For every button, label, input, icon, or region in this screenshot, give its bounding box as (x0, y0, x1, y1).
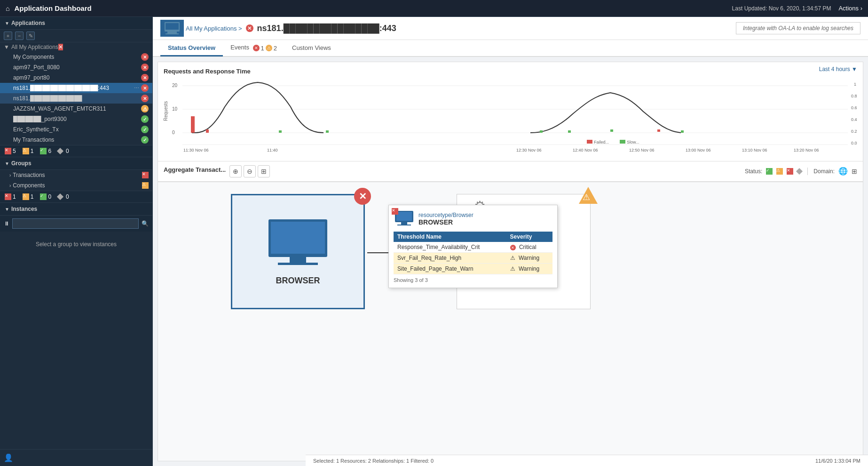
domain-table-icon[interactable]: ⊞ (852, 168, 857, 175)
warning-count: ⚠ 1 (23, 148, 34, 154)
applications-triangle: ▼ (5, 21, 9, 26)
svg-text:0.8: 0.8 (851, 94, 857, 98)
svg-rect-44 (278, 263, 318, 265)
svg-text:Failed...: Failed... (594, 140, 609, 145)
sidebar-item-apm97-port80[interactable]: apm97_port80 ✕ (0, 72, 152, 83)
all-my-applications-label: All My Applications (11, 44, 58, 50)
chart-svg: 20 10 0 Requests 1 0.8 0.6 0.4 0.2 0.0 (164, 79, 857, 155)
diamond-count: 0 (58, 148, 69, 154)
tab-custom-views[interactable]: Custom Views (284, 40, 339, 56)
group-item-components[interactable]: › Components ⚠ (0, 180, 152, 191)
sidebar-item-port9300[interactable]: ███████_port9300 ✓ (0, 114, 152, 124)
svg-rect-46 (396, 212, 412, 221)
bottom-bar: Selected: 1 Resources: 2 Relationships: … (306, 455, 868, 466)
inst-red-count: ✕ 1 (5, 193, 16, 200)
aggregate-toolbar: ⊕ ⊖ ⊞ (229, 165, 270, 177)
remove-button[interactable]: − (15, 32, 24, 40)
tabs-bar: Status Overview Events ✕ 1 ⚠ 2 Custom Vi… (153, 40, 868, 57)
topbar-left: ⌂ Application Dashboard (6, 4, 92, 12)
apm97-port80-status: ✕ (141, 74, 149, 81)
svg-text:0.2: 0.2 (851, 129, 857, 134)
svg-rect-2 (166, 33, 179, 34)
instances-pause-button[interactable]: ⏸ (4, 220, 9, 227)
sidebar-item-ns181-2[interactable]: ns181.█████████████ ✕ (0, 93, 152, 104)
sidebar-item-my-components[interactable]: My Components ✕ (0, 52, 152, 62)
integrate-button[interactable]: Integrate with OA-LA to enable log searc… (736, 22, 860, 34)
content-area: All My Applications > ✕ ns181.██████████… (153, 17, 868, 466)
breadcrumb-icon (160, 20, 184, 37)
tooltip-table: Threshold Name Severity Response_Time_Av… (394, 232, 552, 275)
svg-rect-19 (206, 129, 209, 133)
svg-text:12:40 Nov 06: 12:40 Nov 06 (573, 148, 598, 153)
inst-diamond-count: 0 (58, 193, 69, 200)
tooltip-popup: ✕ resourcetype/Browser BROWSER (388, 205, 558, 289)
domain-globe-icon[interactable]: 🌐 (838, 167, 848, 176)
http-warning-icon: ⚠ (579, 190, 594, 205)
jazzsm-status: ⚠ (141, 105, 149, 112)
tab-events[interactable]: Events ✕ 1 ⚠ 2 (223, 40, 284, 57)
topbar: ⌂ Application Dashboard Last Updated: No… (0, 0, 868, 17)
my-components-status: ✕ (141, 53, 149, 61)
browser-node[interactable]: ✕ BROWSER (231, 194, 365, 309)
svg-rect-43 (290, 257, 306, 263)
instances-empty-text: Select a group to view instances (0, 232, 152, 257)
breadcrumb: All My Applications > (160, 20, 242, 37)
applications-label: Applications (11, 20, 45, 26)
fit-button[interactable]: ⊞ (258, 165, 270, 177)
groups-section-header[interactable]: ▼ Groups (0, 157, 152, 170)
tooltip-header: ✕ resourcetype/Browser BROWSER (394, 210, 552, 228)
add-button[interactable]: + (4, 32, 12, 40)
browser-node-label: BROWSER (276, 276, 320, 286)
zoom-in-button[interactable]: ⊕ (229, 165, 242, 177)
port9300-status: ✓ (141, 115, 149, 123)
svg-text:0: 0 (172, 130, 175, 135)
svg-rect-20 (279, 130, 282, 133)
content-header: All My Applications > ✕ ns181.██████████… (153, 17, 868, 40)
breadcrumb-all-apps[interactable]: All My Applications > (186, 25, 242, 32)
actions-button[interactable]: Actions › (838, 5, 862, 12)
table-row: Response_Time_Availability_Crit ✕ Critic… (394, 242, 552, 253)
app-title: ns181.████████████████:443 (257, 24, 396, 33)
main-layout: ▼ Applications + − ✎ ▼ All My Applicatio… (0, 17, 868, 466)
all-apps-triangle: ▼ (4, 44, 9, 50)
instances-status-bar: ✕ 1 ⚠ 1 ✓ 0 0 (0, 191, 152, 202)
instances-section-header[interactable]: ▼ Instances (0, 203, 152, 216)
sidebar-item-ns181-443[interactable]: ns181.█████████████████:443 ⋯ ✕ (0, 83, 152, 93)
edit-button[interactable]: ✎ (26, 32, 35, 40)
sidebar-item-apm97-port8080[interactable]: apm97_Port_8080 ✕ (0, 62, 152, 72)
svg-text:13:00 Nov 06: 13:00 Nov 06 (686, 148, 711, 153)
svg-rect-42 (271, 222, 325, 254)
topology-area: ✕ BROWSER ⚠ ☁⚙ (158, 182, 863, 462)
home-icon[interactable]: ⌂ (6, 5, 9, 12)
person-icon[interactable]: 👤 (4, 453, 13, 462)
time-filter[interactable]: Last 4 hours ▼ (819, 66, 857, 72)
sidebar-item-eric-synthetic[interactable]: Eric_Synthetic_Tx ✓ (0, 124, 152, 135)
ns181-2-status: ✕ (141, 95, 149, 102)
svg-text:1: 1 (854, 82, 856, 87)
applications-section-header[interactable]: ▼ Applications (0, 17, 152, 30)
zoom-out-button[interactable]: ⊖ (244, 165, 256, 177)
svg-rect-37 (620, 140, 625, 144)
browser-monitor-icon (264, 217, 332, 271)
svg-text:0.0: 0.0 (851, 141, 857, 145)
instances-search-button[interactable]: 🔍 (142, 220, 149, 227)
instances-section: ▼ Instances ⏸ 🔍 Select a group to view i… (0, 202, 152, 257)
svg-text:0.6: 0.6 (851, 105, 857, 110)
last-updated: Last Updated: Nov 6, 2020, 1:34:57 PM (732, 5, 831, 12)
instances-toolbar: ⏸ 🔍 (0, 216, 152, 232)
threshold-col-header: Threshold Name (394, 232, 506, 242)
instances-search-input[interactable] (12, 218, 139, 229)
selection-info: Selected: 1 Resources: 2 Relationships: … (313, 458, 434, 464)
group-item-transactions[interactable]: › Transactions ✕ (0, 170, 152, 180)
svg-rect-31 (568, 130, 571, 133)
sidebar-item-jazzsm[interactable]: JAZZSM_WAS_AGENT_EMTCR311 ⚠ (0, 104, 152, 114)
status-label: Status: (745, 168, 762, 175)
aggregate-section: Aggregate Transact... ⊕ ⊖ ⊞ Status: ✓ ⚠ … (158, 161, 863, 182)
tab-status-overview[interactable]: Status Overview (160, 40, 223, 56)
sidebar-item-my-transactions[interactable]: My Transactions ✓ (0, 135, 152, 145)
all-apps-status: ✕ (58, 44, 63, 50)
all-my-applications-item[interactable]: ▼ All My Applications ✕ (0, 42, 152, 52)
svg-rect-34 (681, 130, 684, 133)
ns181-443-status: ✕ (141, 84, 149, 92)
svg-rect-35 (587, 140, 592, 144)
